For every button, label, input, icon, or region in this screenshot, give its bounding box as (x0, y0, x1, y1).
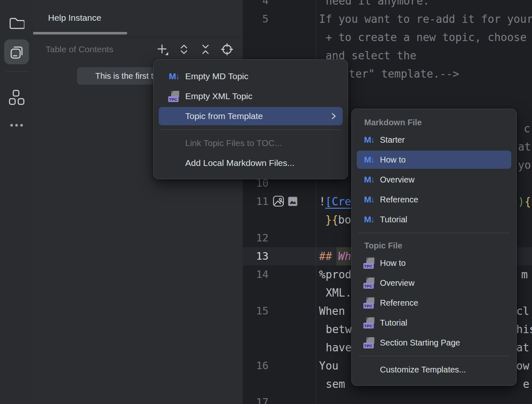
menu-section-header-topic-file: Topic File (352, 237, 516, 254)
code-text: ow (516, 357, 529, 375)
menu-item-empty-xml-topic[interactable]: TPCEmpty XML Topic (159, 87, 343, 105)
topic-file-icon: TPC (363, 277, 375, 289)
code-text: { (525, 192, 531, 211)
locate-opened-file-button[interactable] (220, 42, 235, 57)
menu-item-link-topic-files-to-toc[interactable]: Link Topic Files to TOC... (159, 134, 343, 152)
menu-item-label: Link Topic Files to TOC... (185, 138, 282, 148)
menu-item-starter[interactable]: M↓Starter (357, 131, 511, 149)
tool-window-tab[interactable]: Help Instance (48, 13, 101, 23)
menu-item-label: Customize Templates... (380, 365, 466, 375)
menu-item-tutorial[interactable]: TPCTutorial (357, 314, 511, 332)
menu-item-label: Reference (380, 298, 418, 308)
topic-from-template-submenu: Markdown FileM↓StarterM↓How toM↓Overview… (351, 109, 517, 386)
menu-item-overview[interactable]: TPCOverview (357, 274, 511, 292)
add-topic-menu: M↓Empty MD TopicTPCEmpty XML TopicTopic … (153, 59, 348, 179)
editor-line: + to create a new topic, choose (243, 28, 532, 46)
ide-window: Help Instance Table of Contents (0, 0, 532, 404)
topic-file-icon-slot: TPC (363, 277, 376, 289)
code-text: bo (338, 211, 351, 229)
toc-toolbar: Table of Contents (33, 37, 243, 61)
menu-item-empty-md-topic[interactable]: M↓Empty MD Topic (159, 67, 343, 85)
structure-tool-window-button[interactable] (4, 85, 29, 110)
more-tool-windows-button[interactable] (4, 115, 29, 135)
markdown-file-icon: M↓ (364, 195, 375, 204)
topic-file-icon-slot: TPC (363, 337, 376, 348)
menu-item-label: Overview (380, 278, 414, 288)
topic-file-icon-slot: TPC (363, 297, 376, 309)
menu-item-topic-from-template[interactable]: Topic from Template (159, 107, 343, 125)
menu-item-label: Empty MD Topic (185, 71, 249, 81)
menu-item-add-local-markdown-files[interactable]: Add Local Markdown Files... (159, 154, 343, 172)
project-tool-window-button[interactable] (4, 11, 29, 36)
topic-file-icon: TPC (363, 337, 375, 348)
code-text: [Cre (325, 192, 351, 211)
collapse-all-icon (200, 44, 211, 55)
code-text: + to create a new topic, choose (319, 28, 532, 46)
menu-item-reference[interactable]: M↓Reference (357, 190, 511, 209)
markdown-file-icon-slot: M↓ (363, 175, 376, 185)
menu-item-reference[interactable]: TPCReference (357, 294, 511, 312)
help-instance-tool-window-button[interactable] (4, 39, 29, 64)
menu-item-overview[interactable]: M↓Overview (357, 170, 511, 189)
menu-item-tutorial[interactable]: M↓Tutorial (357, 210, 511, 229)
code-text: }{ (325, 211, 338, 229)
code-text: m (521, 265, 528, 284)
tool-window-bar (0, 0, 34, 404)
code-text: You (319, 357, 339, 375)
markdown-file-icon: M↓ (364, 135, 375, 145)
code-text: betw (326, 320, 352, 338)
code-text: ) (518, 192, 525, 211)
expand-all-button[interactable] (177, 42, 191, 57)
code-text: ! (319, 192, 326, 211)
menu-item-section-starting-page[interactable]: TPCSection Starting Page (357, 333, 511, 352)
expand-all-icon (178, 44, 190, 55)
menu-item-label: Reference (380, 195, 418, 204)
code-text: at (516, 338, 529, 357)
markdown-file-icon: M↓ (364, 175, 375, 185)
menu-item-label: Empty XML Topic (185, 91, 252, 101)
code-text: his (516, 320, 532, 338)
line-number: 13 (243, 247, 268, 265)
line-number: 17 (243, 393, 268, 404)
code-text: have (326, 338, 352, 357)
code-text: c (524, 119, 530, 138)
editor-line: 5If you want to re-add it for your (243, 10, 532, 28)
line-number: 14 (243, 265, 268, 284)
markdown-file-icon-slot: M↓ (167, 71, 181, 81)
plus-dropdown-icon (156, 43, 169, 56)
tool-window-header: Help Instance (33, 0, 243, 37)
markdown-file-icon: M↓ (364, 155, 375, 165)
menu-item-customize-templates[interactable]: Customize Templates... (357, 360, 511, 379)
line-number: 4 (243, 0, 268, 10)
code-text: XML. (326, 284, 352, 302)
active-tab-underline (33, 32, 127, 34)
menu-separator (358, 356, 510, 356)
markdown-file-icon: M↓ (169, 71, 179, 81)
collapse-all-button[interactable] (198, 42, 213, 57)
menu-item-label: Section Starting Page (380, 338, 460, 348)
image-thumbnail-icon[interactable] (288, 197, 297, 208)
topic-file-icon-slot: TPC (363, 317, 376, 329)
markdown-file-icon: M↓ (364, 214, 375, 224)
code-text: sem (326, 375, 345, 393)
markdown-file-icon-slot: M↓ (363, 195, 376, 204)
topic-file-icon-slot: TPC (167, 90, 181, 102)
add-topic-button[interactable] (155, 42, 170, 57)
code-text: %prod (319, 265, 351, 284)
line-number: 15 (243, 302, 268, 320)
crosshair-icon (221, 43, 233, 56)
menu-item-label: How to (380, 258, 406, 268)
markdown-file-icon-slot: M↓ (363, 135, 376, 145)
topic-file-icon: TPC (363, 317, 375, 329)
code-text: ## (319, 247, 332, 265)
editor-line: 17 (243, 393, 532, 404)
structure-icon (8, 90, 25, 105)
menu-item-how-to[interactable]: M↓How to (357, 151, 511, 169)
code-text: When (319, 302, 345, 320)
menu-item-how-to[interactable]: TPCHow to (357, 254, 511, 272)
ellipsis-icon (7, 123, 26, 127)
image-preview-icon[interactable] (273, 195, 284, 209)
code-text: need it anymore. (326, 0, 429, 10)
folder-icon (9, 16, 24, 30)
menu-item-label: How to (380, 155, 406, 165)
